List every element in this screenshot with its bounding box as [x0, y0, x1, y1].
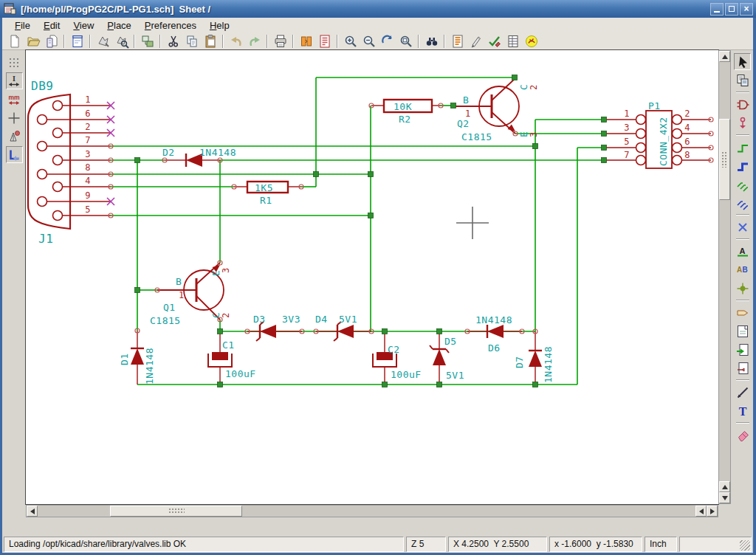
no-connect-button[interactable] — [734, 218, 751, 235]
pcbnew-button[interactable] — [316, 32, 333, 49]
svg-text:P1: P1 — [648, 100, 661, 111]
bus-entry-button[interactable] — [734, 194, 751, 211]
sheet-pin-button[interactable] — [734, 359, 751, 376]
component-J1[interactable] — [28, 94, 111, 229]
lib-browse-button[interactable] — [113, 32, 130, 49]
wires — [111, 77, 604, 385]
junction-tool-button[interactable] — [734, 280, 751, 297]
component-button[interactable] — [734, 96, 751, 113]
svg-text:10K: 10K — [394, 101, 412, 112]
svg-text:9: 9 — [85, 190, 91, 201]
component-D6[interactable] — [467, 325, 522, 338]
scroll-down-button[interactable] — [719, 492, 730, 503]
horizontal-scrollbar[interactable] — [26, 505, 718, 517]
wire-entry-button[interactable] — [734, 176, 751, 193]
svg-text:D4: D4 — [315, 314, 328, 325]
erc-icon — [487, 34, 502, 49]
undo-button[interactable] — [227, 32, 244, 49]
menu-edit[interactable]: Edit — [37, 19, 66, 32]
cursor-button[interactable] — [734, 53, 751, 70]
arrow-down-icon — [722, 496, 728, 500]
arrow-up-icon — [722, 55, 728, 59]
titlebar[interactable]: [/home/pl/ProgPG2C/PL-PG1.sch] Sheet / × — [0, 0, 756, 18]
find-button[interactable] — [423, 32, 440, 49]
hier-nav-button[interactable] — [734, 72, 751, 89]
svg-text:B: B — [463, 94, 469, 106]
vertical-scrollbar-thumb[interactable] — [719, 119, 730, 200]
component-D7[interactable] — [529, 331, 542, 385]
horizontal-scrollbar-thumb[interactable] — [110, 506, 242, 517]
menu-view[interactable]: View — [66, 19, 100, 32]
power-port-button[interactable] — [734, 114, 751, 131]
eeschema-window: [/home/pl/ProgPG2C/PL-PG1.sch] Sheet / ×… — [0, 0, 756, 555]
paste-button[interactable] — [202, 32, 219, 49]
svg-text:E: E — [210, 270, 221, 276]
grid-button[interactable] — [6, 54, 23, 71]
resize-grip[interactable] — [679, 537, 752, 552]
unit-inch-button[interactable]: I — [6, 72, 23, 89]
unit-mm-button[interactable]: mm — [6, 91, 23, 108]
component-D1[interactable] — [131, 331, 144, 385]
zoom-redraw-button[interactable] — [379, 32, 396, 49]
toolbar-separator — [736, 92, 749, 93]
save-button[interactable] — [43, 32, 60, 49]
maximize-button[interactable] — [725, 3, 738, 15]
annotate-button[interactable] — [467, 32, 484, 49]
vertical-scrollbar[interactable] — [718, 50, 731, 504]
menu-file[interactable]: File — [8, 19, 37, 32]
svg-text:5V1: 5V1 — [339, 314, 357, 325]
scroll-left-button[interactable] — [27, 506, 38, 517]
new-button[interactable] — [6, 32, 23, 49]
find-icon — [425, 34, 439, 49]
page-settings-button[interactable] — [69, 32, 86, 49]
text-tool-button[interactable]: T — [734, 402, 751, 419]
hv-orient-button[interactable] — [6, 146, 23, 163]
hidden-pins-icon — [7, 129, 21, 144]
schematic-canvas[interactable]: DB9J1162738495D21N41481K5R110KR2B1Q2C181… — [26, 50, 718, 504]
hier-sheet-button[interactable] — [734, 323, 751, 339]
hierarchy-button[interactable] — [139, 32, 156, 49]
svg-text:6: 6 — [684, 137, 690, 147]
zoom-in-button[interactable] — [342, 32, 359, 49]
toolbar-separator — [444, 35, 445, 48]
grid-icon — [7, 55, 21, 70]
minimize-button[interactable] — [710, 3, 724, 15]
scroll-up-button-bottom[interactable] — [719, 481, 730, 492]
copy-button[interactable] — [183, 32, 200, 49]
menu-help[interactable]: Help — [203, 19, 236, 32]
open-button[interactable] — [24, 32, 41, 49]
scroll-right-button[interactable] — [707, 506, 718, 517]
polyline-button[interactable] — [734, 384, 751, 401]
lib-edit-button[interactable] — [94, 32, 111, 49]
close-button[interactable]: × — [740, 3, 753, 15]
zoom-out-button[interactable] — [360, 32, 377, 49]
hier-label-button[interactable] — [734, 304, 751, 321]
menu-place[interactable]: Place — [100, 19, 138, 32]
svg-text:mm: mm — [8, 93, 20, 100]
delete-button[interactable] — [734, 427, 751, 444]
svg-text:100uF: 100uF — [391, 369, 422, 380]
global-label-icon: AB — [735, 263, 750, 278]
cut-button[interactable] — [165, 32, 182, 49]
cvpcb-button[interactable] — [298, 32, 315, 49]
print-icon — [273, 34, 288, 49]
net-label-button[interactable]: A — [734, 243, 751, 260]
scroll-up-button[interactable] — [719, 51, 730, 62]
hidden-pins-button[interactable] — [6, 128, 23, 145]
import-sheet-pin-button[interactable] — [734, 341, 751, 358]
zoom-fit-button[interactable] — [397, 32, 414, 49]
redo-button[interactable] — [246, 32, 263, 49]
wire-button[interactable] — [734, 139, 751, 156]
toolbar-separator — [292, 35, 294, 48]
scroll-left-button-right[interactable] — [695, 506, 707, 517]
bus-button[interactable] — [734, 157, 751, 174]
bom-button[interactable] — [504, 32, 521, 49]
menu-preferences[interactable]: Preferences — [138, 19, 203, 32]
netlist-icon — [450, 34, 465, 49]
global-label-button[interactable]: AB — [734, 261, 751, 278]
cursor-shape-button[interactable] — [6, 109, 23, 126]
erc-button[interactable] — [486, 32, 503, 49]
print-button[interactable] — [272, 32, 289, 49]
netlist-button[interactable] — [449, 32, 466, 49]
footprint-button[interactable] — [523, 32, 540, 49]
